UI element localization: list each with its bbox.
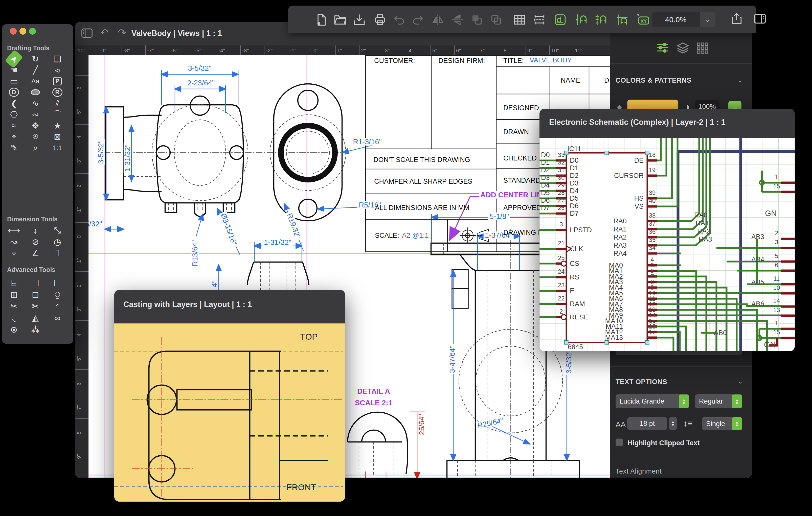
paste-icon[interactable] (490, 13, 503, 26)
selection-handle[interactable] (564, 340, 569, 345)
save-icon[interactable] (353, 13, 366, 26)
eyedropper-tool[interactable]: ✎ (6, 142, 21, 154)
selection-handle[interactable] (564, 151, 569, 155)
snap-grid-icon[interactable] (594, 13, 608, 26)
zoom-chevron-icon[interactable]: ⌄ (700, 12, 716, 27)
casting-canvas[interactable]: TOP FRONT (114, 324, 345, 502)
main-window-title: ValveBody | Views | 1 : 1 (132, 29, 222, 38)
arc-tool[interactable]: ⌒ (50, 109, 65, 120)
dim-radius-tool[interactable]: ◷ (50, 236, 65, 248)
center-mark-tool[interactable]: ⌖ (6, 131, 21, 143)
text-tool[interactable]: Aa (28, 75, 43, 87)
format-tab-icon[interactable] (656, 42, 669, 56)
dim-center-tool[interactable]: ⌖ (6, 247, 21, 259)
dim-horizontal-tool[interactable]: ⟷ (6, 225, 21, 236)
zoom-control[interactable]: 40.0% ⌄ (652, 12, 716, 27)
star-tool[interactable]: ★ (50, 120, 65, 131)
dimension-label: 4" (210, 279, 218, 288)
pan-tool[interactable]: ☚ (6, 64, 21, 76)
extend-right-tool[interactable]: ⊢ (50, 277, 65, 289)
line-spacing-select[interactable]: Single ▲▼ (702, 417, 742, 430)
paragraph-tool[interactable]: P (50, 75, 65, 87)
freehand-tool[interactable]: ≈ (6, 120, 21, 131)
grid-tab-icon[interactable] (696, 42, 709, 56)
font-size-stepper[interactable]: ▲▼ (669, 417, 677, 430)
dimension-text-icon[interactable] (554, 13, 567, 26)
dim-ruler-tool[interactable]: ⌷ (50, 247, 65, 259)
reshape-tool[interactable]: ⍜ (50, 289, 65, 300)
undo-icon[interactable]: ↶ (100, 27, 109, 38)
redo-icon[interactable]: ↷ (118, 27, 126, 38)
diameter-circle-tool[interactable]: D (6, 86, 21, 98)
chevron-down-icon[interactable]: ⌄ (737, 76, 743, 84)
dim-vertical-tool[interactable]: ↕ (28, 225, 43, 236)
zoom-tool[interactable]: ⌕ (28, 142, 43, 154)
highlight-clipped-checkbox[interactable] (615, 438, 623, 446)
redo-icon[interactable] (411, 13, 425, 26)
duplicate-icon[interactable] (470, 13, 483, 26)
dim-angled-tool[interactable]: ↝ (6, 236, 21, 248)
ic-pin-label: RA4 (613, 250, 627, 257)
unlink-tool[interactable]: ⊗ (6, 324, 21, 335)
actual-size-tool[interactable]: 1:1 (50, 142, 65, 154)
trim-tool[interactable]: ✂ (6, 300, 21, 312)
transform-tool[interactable]: ❏ (50, 53, 65, 65)
snap-object-icon[interactable] (615, 13, 629, 26)
union-tool[interactable]: ⊞ (6, 289, 21, 300)
extend-left-tool[interactable]: ⊣ (28, 277, 43, 289)
angle-line-tool[interactable]: ⪦ (50, 64, 65, 76)
close-button[interactable] (10, 28, 17, 35)
flip-horizontal-icon[interactable] (431, 13, 444, 26)
dim-diagonal-tool[interactable]: ⤡ (50, 225, 65, 236)
undo-icon[interactable] (393, 13, 406, 26)
dim-diameter-tool[interactable]: ⊘ (28, 236, 43, 248)
irregular-polygon-tool[interactable]: ❖ (28, 120, 43, 131)
rotate-tool[interactable]: ↻ (28, 53, 43, 65)
selection-handle[interactable] (605, 151, 609, 155)
chamfer-tool[interactable]: ◟ (6, 312, 21, 324)
line-tool[interactable]: ╱ (28, 64, 43, 76)
subtract-tool[interactable]: ⊟ (28, 289, 43, 300)
selection-handle[interactable] (645, 151, 649, 155)
colors-patterns-header[interactable]: COLORS & PATTERNS (615, 77, 691, 84)
distribute-path-icon[interactable] (533, 13, 546, 26)
chevron-down-icon[interactable]: ⌄ (737, 377, 743, 385)
bezier-tool[interactable]: ∾ (28, 109, 43, 120)
font-size-field[interactable]: 18 pt (627, 417, 667, 430)
new-document-icon[interactable] (315, 13, 328, 26)
parallel-line-tool[interactable]: ⫽ (50, 97, 65, 109)
table-grid-icon[interactable] (513, 13, 526, 26)
fillet-tool[interactable]: ◜ (50, 300, 65, 312)
coordinates-xy-icon[interactable]: XY (637, 13, 650, 26)
schematic-canvas[interactable]: IC11 6845 D033D132D231D330D429D528D627D7… (540, 138, 795, 351)
mirror-tool[interactable]: ◭ (28, 312, 43, 324)
radius-circle-tool[interactable]: R (50, 86, 65, 98)
font-style-select[interactable]: Regular ▲▼ (695, 394, 742, 408)
polyline-tool[interactable]: ∿ (28, 97, 43, 109)
rectangle-tool[interactable]: ▭ (6, 75, 21, 87)
dim-angle-tool[interactable]: ∠ (28, 247, 43, 259)
share-icon[interactable] (730, 12, 743, 25)
edit-select-tool[interactable]: ⍇ (6, 277, 21, 289)
cross-box-tool[interactable]: ⊠ (50, 131, 65, 143)
print-icon[interactable] (373, 13, 386, 26)
ungroup-tool[interactable]: ⁂ (28, 324, 43, 335)
font-family-select[interactable]: Lucida Grande ▲▼ (615, 394, 689, 408)
stamp-tool[interactable]: ⍟ (28, 131, 43, 143)
panel-toggle-icon[interactable] (81, 28, 92, 40)
polygon-tool[interactable]: ⎔ (6, 109, 21, 120)
ellipse-tool[interactable] (28, 86, 43, 98)
text-options-header[interactable]: TEXT OPTIONS (615, 378, 667, 386)
multi-trim-tool[interactable]: ✂ (28, 300, 43, 312)
sidebar-toggle-icon[interactable] (753, 12, 766, 25)
selection-handle[interactable] (645, 340, 649, 345)
link-tool[interactable]: ∞ (50, 312, 65, 324)
layers-tab-icon[interactable] (676, 42, 689, 56)
flip-vertical-icon[interactable] (451, 13, 464, 26)
selection-handle[interactable] (605, 340, 609, 345)
snap-align-icon[interactable] (575, 13, 588, 26)
arc-segment-tool[interactable]: ❮ (6, 97, 21, 109)
open-folder-icon[interactable] (334, 13, 347, 26)
minimize-button[interactable] (20, 28, 26, 35)
zoom-button[interactable] (29, 28, 36, 35)
